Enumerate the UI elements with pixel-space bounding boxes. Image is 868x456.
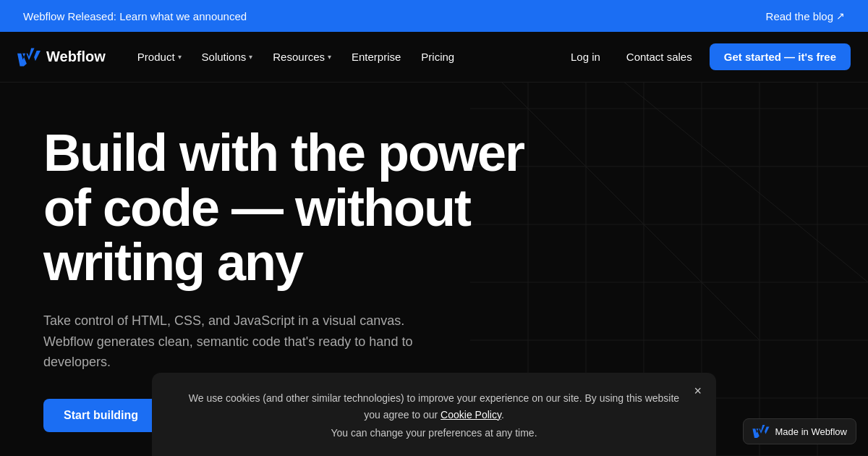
announcement-arrow-icon: ↗	[836, 10, 845, 22]
announcement-bar: Webflow Released: Learn what we announce…	[0, 0, 868, 32]
nav-links: Product ▾ Solutions ▾ Resources ▾ Enterp…	[129, 45, 562, 69]
hero-subtitle: Take control of HTML, CSS, and JavaScrip…	[43, 311, 420, 373]
cookie-preference-text: You can change your preferences at any t…	[181, 427, 687, 439]
webflow-logo-icon	[17, 48, 41, 67]
contact-sales-link[interactable]: Contact sales	[618, 45, 701, 69]
cookie-main-text: We use cookies (and other similar techno…	[181, 390, 687, 423]
announcement-link[interactable]: Read the blog ↗	[766, 10, 845, 22]
start-building-button[interactable]: Start building	[43, 399, 158, 432]
svg-line-13	[586, 83, 868, 282]
nav-product[interactable]: Product ▾	[129, 45, 190, 69]
webflow-badge-icon	[752, 425, 770, 438]
cookie-banner: × We use cookies (and other similar tech…	[152, 373, 716, 456]
nav-pricing[interactable]: Pricing	[412, 45, 463, 69]
nav-right: Log in Contact sales Get started — it's …	[562, 43, 851, 70]
announcement-text: Webflow Released: Learn what we announce…	[23, 10, 247, 22]
announcement-link-text: Read the blog	[766, 10, 833, 22]
chevron-down-icon: ▾	[178, 53, 182, 61]
nav-resources[interactable]: Resources ▾	[264, 45, 340, 69]
made-in-webflow-badge[interactable]: Made in Webflow	[743, 418, 856, 444]
chevron-down-icon: ▾	[249, 53, 252, 61]
cookie-policy-link[interactable]: Cookie Policy	[441, 409, 501, 421]
nav-solutions[interactable]: Solutions ▾	[193, 45, 262, 69]
made-in-webflow-text: Made in Webflow	[775, 426, 847, 437]
get-started-button[interactable]: Get started — it's free	[710, 43, 851, 70]
hero-section: Build with the power of code — without w…	[0, 83, 868, 456]
cookie-close-button[interactable]: ×	[694, 384, 702, 397]
hero-title: Build with the power of code — without w…	[43, 126, 550, 290]
navbar: Webflow Product ▾ Solutions ▾ Resources …	[0, 32, 868, 83]
nav-enterprise[interactable]: Enterprise	[343, 45, 409, 69]
logo-text: Webflow	[46, 48, 106, 65]
login-link[interactable]: Log in	[562, 45, 609, 69]
chevron-down-icon: ▾	[328, 53, 331, 61]
logo-link[interactable]: Webflow	[17, 48, 106, 67]
